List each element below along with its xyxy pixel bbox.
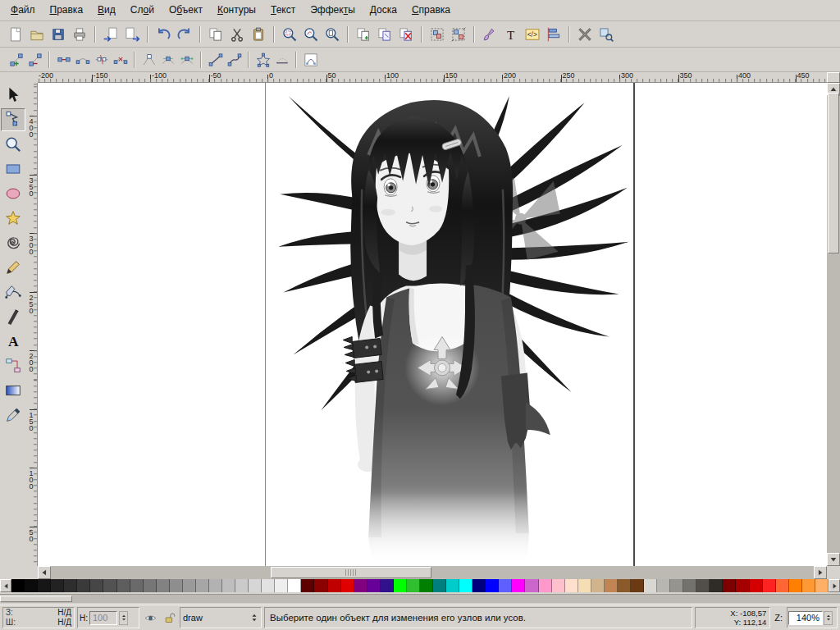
- palette-swatch[interactable]: [354, 579, 368, 592]
- palette-swatch[interactable]: [802, 579, 815, 592]
- palette-swatch[interactable]: [750, 579, 763, 592]
- palette-swatch[interactable]: [736, 579, 749, 592]
- palette-swatch[interactable]: [183, 579, 196, 592]
- opacity-input[interactable]: 100: [89, 611, 117, 625]
- icon-preview-button[interactable]: [596, 24, 617, 45]
- fill-stroke-indicator[interactable]: З: Н/Д Ш: Н/Д: [2, 607, 75, 628]
- horizontal-ruler[interactable]: -200-150-100-500501001502002503003504004…: [38, 72, 827, 83]
- palette-scrollbar[interactable]: [0, 594, 840, 603]
- tool-ellipse[interactable]: [1, 182, 25, 205]
- insert-node-button[interactable]: [7, 50, 25, 69]
- palette-scroll-right-button[interactable]: [829, 579, 840, 592]
- tool-gradient[interactable]: [1, 379, 25, 402]
- xml-editor-button[interactable]: </>: [522, 24, 543, 45]
- horizontal-scroll-thumb[interactable]: [271, 567, 431, 578]
- tool-zoom[interactable]: [1, 133, 25, 156]
- palette-swatch[interactable]: [170, 579, 183, 592]
- palette-swatch[interactable]: [539, 579, 552, 592]
- zoom-spinner[interactable]: [824, 611, 833, 625]
- palette-swatch[interactable]: [222, 579, 235, 592]
- layer-selector[interactable]: draw: [180, 607, 262, 628]
- tool-pen[interactable]: [1, 281, 25, 304]
- palette-swatch[interactable]: [512, 579, 525, 592]
- document-save-button[interactable]: [48, 24, 69, 45]
- palette-swatch[interactable]: [815, 579, 829, 592]
- palette-swatch[interactable]: [763, 579, 776, 592]
- line-segment-button[interactable]: [206, 50, 225, 69]
- palette-swatch[interactable]: [288, 579, 301, 592]
- palette-swatch[interactable]: [196, 579, 209, 592]
- tool-rectangle[interactable]: [1, 158, 25, 180]
- palette-swatch[interactable]: [117, 579, 130, 592]
- horizontal-scrollbar[interactable]: [38, 566, 827, 579]
- palette-swatch[interactable]: [11, 579, 25, 592]
- menu-item-layer[interactable]: Слой: [123, 0, 162, 21]
- tool-connector[interactable]: [1, 354, 25, 377]
- menu-item-text[interactable]: Текст: [263, 0, 303, 21]
- palette-scroll-thumb[interactable]: [0, 596, 72, 602]
- palette-swatch[interactable]: [262, 579, 275, 592]
- palette-swatch[interactable]: [249, 579, 262, 592]
- clone-button[interactable]: [374, 24, 395, 45]
- palette-swatch[interactable]: [499, 579, 512, 592]
- menu-item-effects[interactable]: Эффекты: [303, 0, 363, 21]
- palette-swatch[interactable]: [631, 579, 644, 592]
- menu-item-file[interactable]: Файл: [3, 0, 43, 21]
- document-print-button[interactable]: [69, 24, 90, 45]
- scroll-down-button[interactable]: [827, 553, 840, 566]
- document-new-button[interactable]: [5, 24, 26, 45]
- palette-swatch[interactable]: [394, 579, 407, 592]
- menu-item-help[interactable]: Справка: [404, 0, 458, 21]
- tool-calligraphy[interactable]: [1, 305, 25, 328]
- palette-swatch[interactable]: [381, 579, 394, 592]
- palette-swatch[interactable]: [420, 579, 433, 592]
- palette-swatch[interactable]: [433, 579, 446, 592]
- smooth-node-button[interactable]: [158, 50, 177, 69]
- vertical-scrollbar[interactable]: [827, 83, 840, 566]
- curve-segment-button[interactable]: [225, 50, 244, 69]
- palette-swatch[interactable]: [368, 579, 381, 592]
- cut-button[interactable]: [226, 24, 248, 45]
- palette-swatch[interactable]: [459, 579, 472, 592]
- palette-swatch[interactable]: [235, 579, 249, 592]
- object-to-path-button[interactable]: [253, 50, 272, 69]
- scroll-right-button[interactable]: [814, 566, 827, 579]
- palette-swatch[interactable]: [275, 579, 288, 592]
- palette-swatch[interactable]: [446, 579, 459, 592]
- palette-swatch[interactable]: [407, 579, 420, 592]
- join-segment-button[interactable]: [73, 50, 92, 69]
- vertical-scroll-thumb[interactable]: [828, 93, 839, 253]
- palette-swatch[interactable]: [38, 579, 51, 592]
- align-dialog-button[interactable]: [543, 24, 564, 45]
- palette-swatch[interactable]: [723, 579, 736, 592]
- palette-swatch[interactable]: [64, 579, 77, 592]
- ruler-corner-button[interactable]: [827, 72, 840, 83]
- palette-swatch[interactable]: [90, 579, 103, 592]
- palette-swatch[interactable]: [51, 579, 64, 592]
- tool-pencil[interactable]: [1, 256, 25, 279]
- zoom-drawing-button[interactable]: [300, 24, 322, 45]
- show-handles-button[interactable]: [301, 50, 320, 69]
- palette-swatch[interactable]: [552, 579, 565, 592]
- paste-button[interactable]: [248, 24, 269, 45]
- menu-item-edit[interactable]: Правка: [43, 0, 91, 21]
- palette-swatch[interactable]: [683, 579, 696, 592]
- palette-swatch[interactable]: [618, 579, 631, 592]
- palette-swatch[interactable]: [472, 579, 486, 592]
- cusp-node-button[interactable]: [139, 50, 158, 69]
- palette-swatch[interactable]: [144, 579, 157, 592]
- palette-swatch[interactable]: [789, 579, 802, 592]
- palette-swatch[interactable]: [301, 579, 314, 592]
- menu-item-path[interactable]: Контуры: [210, 0, 263, 21]
- menu-item-whiteboard[interactable]: Доска: [363, 0, 404, 21]
- palette-swatch[interactable]: [130, 579, 144, 592]
- join-nodes-button[interactable]: [54, 50, 73, 69]
- zoom-selection-button[interactable]: [279, 24, 300, 45]
- text-dialog-button[interactable]: T: [500, 24, 522, 45]
- break-nodes-button[interactable]: [92, 50, 111, 69]
- palette-swatch[interactable]: [209, 579, 222, 592]
- palette-swatch[interactable]: [605, 579, 618, 592]
- tool-node-editor[interactable]: [1, 108, 25, 131]
- tool-dropper[interactable]: [1, 404, 25, 427]
- palette-swatch[interactable]: [565, 579, 578, 592]
